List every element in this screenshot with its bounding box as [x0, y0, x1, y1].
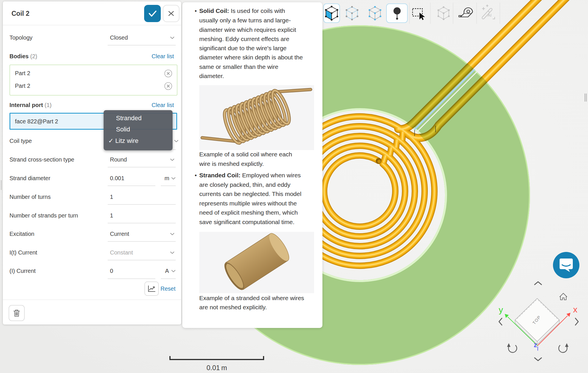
- svg-text:x: x: [573, 305, 577, 314]
- svg-text:y: y: [499, 305, 503, 314]
- svg-text:z: z: [534, 341, 537, 349]
- svg-text:AI: AI: [488, 13, 492, 18]
- svg-text:0.01 m: 0.01 m: [206, 364, 227, 372]
